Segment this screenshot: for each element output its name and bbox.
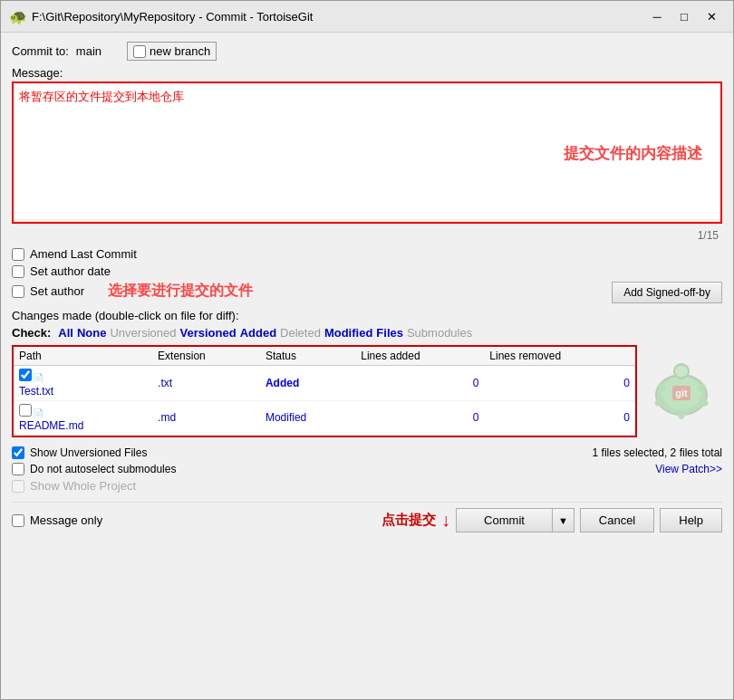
message-only-checkbox[interactable] [12, 514, 24, 527]
tortoise-logo: git [645, 355, 718, 427]
show-whole-project-label: Show Whole Project [30, 479, 136, 493]
file-path: Test.txt [19, 385, 147, 398]
character-counter: 1/15 [698, 229, 719, 242]
commit-annotation-text: 点击提交 [381, 512, 436, 529]
file-icon: 📄 [32, 407, 44, 419]
status-bar: Show Unversioned Files 1 files selected,… [12, 446, 722, 459]
tortoise-logo-area: git [641, 345, 722, 437]
cancel-button[interactable]: Cancel [580, 508, 654, 532]
check-none-link[interactable]: None [77, 326, 107, 340]
new-branch-checkbox-group: new branch [127, 42, 217, 61]
message-label: Message: [12, 66, 722, 80]
minimize-button[interactable]: ─ [644, 6, 670, 26]
close-button[interactable]: ✕ [699, 6, 724, 26]
col-status: Status [260, 347, 355, 366]
message-only-label: Message only [30, 513, 102, 527]
check-modified-link[interactable]: Modified [324, 326, 372, 340]
files-table-container[interactable]: Path Extension Status Lines added Lines … [12, 345, 637, 437]
file-extension: .md [152, 400, 260, 436]
svg-point-9 [678, 408, 685, 419]
amend-label: Amend Last Commit [30, 247, 137, 261]
svg-text:git: git [675, 388, 688, 398]
commit-button-group: Commit ▼ [456, 508, 575, 532]
author-date-checkbox[interactable] [12, 265, 24, 278]
col-path: Path [14, 347, 152, 366]
check-label: Check: [12, 326, 51, 340]
file-checkbox-cell[interactable]: 📄Test.txt [14, 366, 152, 401]
check-submodules-link[interactable]: Submodules [407, 326, 472, 340]
files-selected-status: 1 files selected, 2 files total [593, 446, 722, 459]
message-only-row: Message only [12, 513, 102, 527]
check-versioned-link[interactable]: Versioned [179, 326, 236, 340]
amend-checkbox[interactable] [12, 248, 24, 261]
col-extension: Extension [152, 347, 260, 366]
message-section: Message: 将暂存区的文件提交到本地仓库 提交文件的内容描述 [12, 66, 722, 224]
title-bar-left: 🐢 F:\Git\Repository\MyRepository - Commi… [10, 8, 313, 24]
files-area: Path Extension Status Lines added Lines … [12, 345, 722, 437]
title-bar-controls: ─ □ ✕ [644, 6, 724, 26]
file-status: Added [260, 366, 355, 401]
set-author-checkbox[interactable] [12, 285, 24, 298]
add-signed-off-button[interactable]: Add Signed-off-by [612, 282, 722, 303]
commit-to-row: Commit to: main new branch [12, 42, 722, 61]
table-row: 📄README.md.mdModified00 [14, 400, 635, 436]
table-header-row: Path Extension Status Lines added Lines … [14, 347, 635, 366]
check-files-link[interactable]: Files [376, 326, 403, 340]
show-unversioned-label: Show Unversioned Files [30, 446, 147, 459]
show-whole-project-row: Show Whole Project [12, 479, 722, 493]
commit-button[interactable]: Commit [456, 508, 552, 532]
commit-arrow-icon: ↓ [441, 510, 450, 531]
app-icon: 🐢 [10, 8, 26, 24]
amend-option-row: Amend Last Commit [12, 247, 722, 261]
message-container: 将暂存区的文件提交到本地仓库 提交文件的内容描述 [12, 82, 722, 224]
file-status: Modified [260, 400, 355, 436]
main-window: 🐢 F:\Git\Repository\MyRepository - Commi… [0, 0, 734, 700]
changes-title: Changes made (double-click on file for d… [12, 309, 722, 322]
do-not-autoselect-row: Do not autoselect submodules [12, 463, 176, 475]
show-unversioned-row: Show Unversioned Files [12, 446, 147, 459]
commit-annotation-area: 点击提交 ↓ [381, 510, 450, 531]
lines-added: 0 [355, 366, 484, 401]
do-not-autoselect-checkbox[interactable] [12, 463, 24, 475]
check-row: Check: All None Unversioned Versioned Ad… [12, 326, 722, 340]
commit-dropdown-button[interactable]: ▼ [552, 508, 575, 532]
col-lines-removed: Lines removed [484, 347, 635, 366]
autoselect-row: Do not autoselect submodules View Patch>… [12, 463, 722, 475]
check-all-link[interactable]: All [58, 326, 73, 340]
options-section: Amend Last Commit Set author date Set au… [12, 247, 722, 303]
content-area: Commit to: main new branch Message: 将暂存区… [1, 33, 733, 699]
check-unversioned-link[interactable]: Unversioned [110, 326, 176, 340]
lines-added: 0 [355, 400, 484, 436]
col-lines-added: Lines added [355, 347, 484, 366]
file-annotation: 选择要进行提交的文件 [108, 282, 253, 301]
author-date-option-row: Set author date [12, 264, 722, 278]
view-patch-link[interactable]: View Patch>> [655, 463, 722, 475]
file-path: README.md [19, 419, 147, 432]
new-branch-label: new branch [150, 44, 210, 58]
new-branch-checkbox[interactable] [133, 45, 146, 58]
svg-point-4 [675, 366, 688, 377]
lines-removed: 0 [484, 400, 635, 436]
files-table: Path Extension Status Lines added Lines … [14, 347, 635, 436]
show-whole-project-checkbox[interactable] [12, 480, 24, 493]
file-icon: 📄 [32, 372, 44, 385]
show-unversioned-checkbox[interactable] [12, 446, 24, 459]
title-bar-text: F:\Git\Repository\MyRepository - Commit … [32, 10, 313, 24]
counter-row: 1/15 [12, 229, 722, 242]
check-deleted-link[interactable]: Deleted [280, 326, 321, 340]
author-date-label: Set author date [30, 264, 111, 278]
file-extension: .txt [152, 366, 260, 401]
check-added-link[interactable]: Added [240, 326, 276, 340]
bottom-options: Show Unversioned Files 1 files selected,… [12, 446, 722, 493]
lines-removed: 0 [484, 366, 635, 401]
branch-name: main [76, 44, 101, 58]
help-button[interactable]: Help [660, 508, 722, 532]
message-textarea[interactable]: 将暂存区的文件提交到本地仓库 [14, 83, 720, 219]
maximize-button[interactable]: □ [671, 6, 697, 26]
file-checkbox[interactable] [19, 369, 32, 381]
file-checkbox-cell[interactable]: 📄README.md [14, 400, 152, 436]
set-author-row: Set author 选择要进行提交的文件 Add Signed-off-by [12, 282, 722, 303]
set-author-option: Set author 选择要进行提交的文件 [12, 282, 253, 301]
title-bar: 🐢 F:\Git\Repository\MyRepository - Commi… [1, 1, 733, 33]
file-checkbox[interactable] [19, 404, 32, 417]
